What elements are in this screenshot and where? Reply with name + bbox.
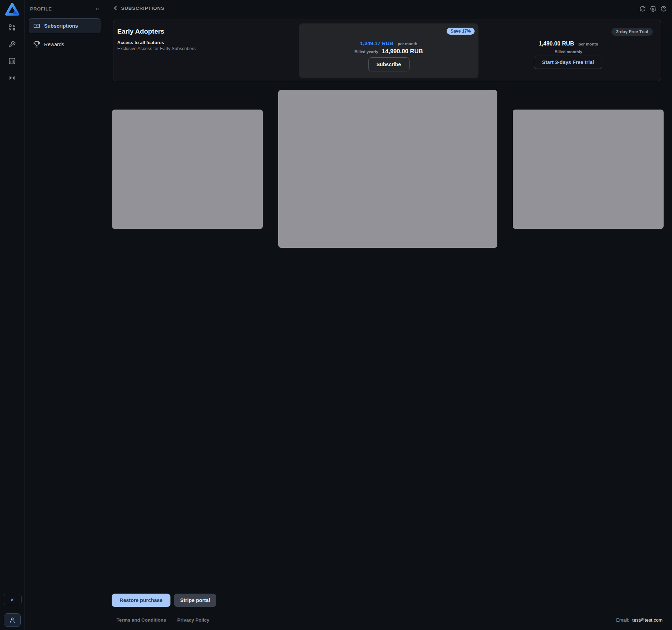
sidebar-item-subscriptions[interactable]: Subscriptions <box>29 18 100 33</box>
save-badge: Save 17% <box>447 28 475 35</box>
terms-link[interactable]: Terms and Conditions <box>117 617 166 623</box>
yearly-price-suffix: per month <box>398 42 417 46</box>
privacy-link[interactable]: Privacy Policy <box>177 617 210 623</box>
email-label: Email: <box>616 617 629 623</box>
person-icon <box>9 617 16 624</box>
trophy-icon <box>33 41 40 48</box>
back-button[interactable] <box>112 5 119 12</box>
subscribe-button[interactable]: Subscribe <box>368 57 410 71</box>
sidebar-item-label: Subscriptions <box>44 23 78 29</box>
screenshot-placeholder-left <box>112 110 263 229</box>
sidebar-collapse-button[interactable]: « <box>96 6 99 12</box>
main-header: SUBSCRIPTIONS <box>105 0 672 16</box>
free-trial-badge: 3-day Free Trial <box>611 28 653 36</box>
app-logo <box>5 3 20 16</box>
versus-icon[interactable] <box>8 74 16 82</box>
sidebar-item-rewards[interactable]: Rewards <box>29 37 100 52</box>
monthly-price-suffix: per month <box>579 42 598 46</box>
yearly-price: 1,249.17 RUB <box>360 40 393 46</box>
help-icon[interactable] <box>660 6 667 12</box>
monthly-billed-label: Billed monthly <box>554 50 582 54</box>
account-email: Email: test@test.com <box>616 617 663 623</box>
screenshot-placeholder-right <box>513 110 664 229</box>
stripe-portal-button[interactable]: Stripe portal <box>174 594 216 607</box>
restore-purchase-button[interactable]: Restore purchase <box>112 594 170 607</box>
membership-card-icon <box>33 22 40 29</box>
yearly-billed-amount: 14,990.00 RUB <box>382 48 423 55</box>
sidebar-title: PROFILE <box>30 6 52 12</box>
start-free-trial-button[interactable]: Start 3-days Free trial <box>534 56 602 69</box>
shapes-icon[interactable] <box>8 24 16 31</box>
profile-sidebar: PROFILE « Subscriptions <box>24 0 105 630</box>
plan-feature-secondary: Exclusive Access for Early Subscribers <box>117 46 196 51</box>
refresh-icon[interactable] <box>639 6 646 12</box>
plan-feature-primary: Access to all features <box>117 40 196 46</box>
plan-name: Early Adopters <box>117 28 164 35</box>
bar-chart-icon[interactable] <box>8 57 16 65</box>
rail-collapse-button[interactable]: « <box>3 594 22 605</box>
icon-rail: « <box>0 0 24 630</box>
page-title: SUBSCRIPTIONS <box>121 6 164 11</box>
monthly-price: 1,490.00 RUB <box>539 41 574 47</box>
plan-card: Early Adopters Access to all features Ex… <box>113 20 661 81</box>
wrench-icon[interactable] <box>8 41 16 48</box>
sidebar-item-label: Rewards <box>44 42 64 47</box>
profile-button[interactable] <box>4 613 21 627</box>
settings-icon[interactable] <box>650 6 656 12</box>
rail-divider <box>0 610 24 610</box>
yearly-billed-label: Billed yearly <box>355 50 378 54</box>
screenshot-placeholder-center <box>278 90 497 248</box>
yearly-plan-panel: Save 17% 1,249.17 RUB per month Billed y… <box>299 23 478 78</box>
email-value: test@test.com <box>632 617 663 623</box>
